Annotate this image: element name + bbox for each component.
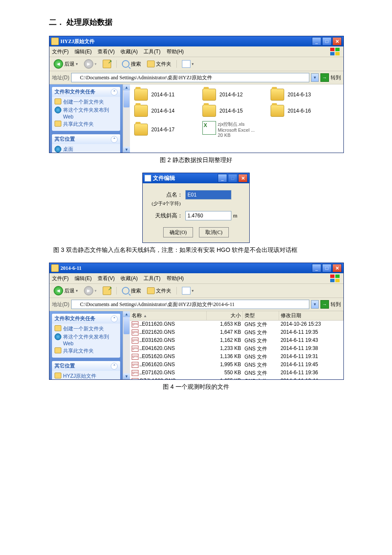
dialog-title-bar[interactable]: 文件编辑 _ □ ✕ bbox=[143, 173, 249, 183]
title-bar[interactable]: 2014-6-11 _ □ ✕ bbox=[49, 263, 343, 273]
back-button[interactable]: ◄后退 ▾ bbox=[52, 59, 80, 69]
list-row[interactable]: gnsE041620.GNS1,233 KBGNS 文件2014-6-11 19… bbox=[130, 345, 343, 353]
folder-label: 2014-6-13 bbox=[288, 92, 311, 98]
up-button[interactable] bbox=[101, 59, 113, 69]
folder-item[interactable]: 2014-6-11 bbox=[134, 89, 194, 101]
task-publish[interactable]: 将这个文件夹发布到 Web bbox=[55, 106, 118, 120]
address-input[interactable] bbox=[71, 73, 309, 82]
windows-logo-icon bbox=[330, 274, 341, 283]
folder-item[interactable]: 2014-6-16 bbox=[271, 105, 330, 117]
menu-view[interactable]: 查看(V) bbox=[98, 275, 115, 282]
scrollbar-vertical[interactable]: ▲▼ bbox=[123, 311, 130, 379]
folder-icon bbox=[51, 264, 59, 272]
go-button[interactable]: → bbox=[320, 300, 329, 309]
list-row[interactable]: gnsE071620.GNS550 KBGNS 文件2014-6-11 19:3… bbox=[130, 369, 343, 377]
menu-help[interactable]: 帮助(H) bbox=[167, 275, 184, 282]
task-publish[interactable]: 将这个文件夹发布到 Web bbox=[55, 333, 118, 347]
address-dropdown[interactable]: ▼ bbox=[311, 73, 319, 82]
xls-file-item[interactable]: zjx控制点.xlsMicrosoft Excel ...20 KB bbox=[202, 121, 266, 138]
scrollbar-vertical[interactable]: ▲▼ bbox=[123, 84, 130, 153]
go-button[interactable]: → bbox=[320, 73, 329, 82]
task-new-folder[interactable]: 创建一个新文件夹 bbox=[55, 325, 118, 333]
views-button[interactable]: ▾ bbox=[180, 60, 196, 68]
other-places-header[interactable]: 其它位置⌃ bbox=[52, 134, 120, 144]
forward-button[interactable]: ► ▾ bbox=[82, 286, 98, 296]
minimize-button[interactable]: _ bbox=[312, 264, 321, 272]
cancel-button[interactable]: 取消(C) bbox=[199, 227, 229, 237]
list-row[interactable]: gnsE011620.GNS1,653 KBGNS 文件2014-10-26 1… bbox=[130, 321, 343, 329]
task-share[interactable]: 共享此文件夹 bbox=[55, 347, 118, 355]
folder-item[interactable]: 2014-6-12 bbox=[202, 89, 262, 101]
menu-tools[interactable]: 工具(T) bbox=[144, 48, 160, 55]
maximize-button[interactable]: □ bbox=[322, 264, 331, 272]
folder-item[interactable]: 2014-6-17 bbox=[134, 121, 194, 138]
point-name-input[interactable] bbox=[185, 190, 231, 199]
col-name[interactable]: 名称 ▲ bbox=[130, 311, 207, 320]
chevron-up-icon: ⌃ bbox=[111, 363, 118, 370]
list-row[interactable]: gnsE061620.GNS1,995 KBGNS 文件2014-6-11 19… bbox=[130, 361, 343, 369]
folders-button[interactable]: 文件夹 bbox=[145, 287, 173, 295]
place-desktop[interactable]: 桌面 bbox=[55, 145, 118, 153]
maximize-button[interactable]: □ bbox=[322, 37, 331, 46]
separator bbox=[116, 60, 117, 68]
minimize-button[interactable]: _ bbox=[218, 174, 227, 182]
tasks-header[interactable]: 文件和文件夹任务⌃ bbox=[52, 87, 120, 97]
address-input[interactable] bbox=[71, 300, 309, 309]
title-bar[interactable]: HYZJ原始文件 _ □ ✕ bbox=[49, 36, 343, 46]
list-row[interactable]: gnsE031620.GNS1,162 KBGNS 文件2014-6-11 19… bbox=[130, 337, 343, 345]
address-dropdown[interactable]: ▼ bbox=[311, 300, 319, 309]
side-panel: 文件和文件夹任务⌃ 创建一个新文件夹 将这个文件夹发布到 Web 共享此文件夹 … bbox=[49, 84, 123, 153]
folder-icon bbox=[202, 105, 216, 117]
list-row[interactable]: gnsE021620.GNS1,647 KBGNS 文件2014-6-11 19… bbox=[130, 329, 343, 337]
windows-logo-icon bbox=[330, 47, 341, 56]
gns-file-icon: gns bbox=[132, 370, 138, 376]
menu-edit[interactable]: 编辑(E) bbox=[75, 275, 92, 282]
list-row[interactable]: gnsE051620.GNS1,136 KBGNS 文件2014-6-11 19… bbox=[130, 353, 343, 361]
tasks-header[interactable]: 文件和文件夹任务⌃ bbox=[52, 314, 120, 324]
col-size[interactable]: 大小 bbox=[207, 311, 243, 320]
menu-tools[interactable]: 工具(T) bbox=[144, 275, 160, 282]
up-button[interactable] bbox=[101, 286, 113, 295]
place-parent[interactable]: HYZJ原始文件 bbox=[55, 372, 118, 379]
menu-edit[interactable]: 编辑(E) bbox=[75, 48, 92, 55]
search-button[interactable]: 搜索 bbox=[120, 286, 143, 295]
folder-item[interactable]: 2014-6-13 bbox=[271, 89, 330, 101]
ok-button[interactable]: 确定(O) bbox=[163, 227, 193, 237]
folder-item[interactable]: 2014-6-15 bbox=[202, 105, 262, 117]
close-button[interactable]: ✕ bbox=[238, 174, 248, 182]
task-share[interactable]: 共享此文件夹 bbox=[55, 120, 118, 128]
forward-button[interactable]: ► ▾ bbox=[82, 59, 98, 69]
menu-file[interactable]: 文件(F) bbox=[52, 48, 69, 55]
menu-view[interactable]: 查看(V) bbox=[98, 48, 115, 55]
list-row[interactable]: gnsGZJL1620.GNS1,655 KBGNS 文件2014-6-11 1… bbox=[130, 377, 343, 379]
figure-4-caption: 图 4 一个观测时段的文件 bbox=[49, 383, 343, 391]
chevron-up-icon: ⌃ bbox=[111, 315, 118, 322]
menu-file[interactable]: 文件(F) bbox=[52, 275, 69, 282]
folder-icon bbox=[51, 38, 59, 45]
antenna-height-label: 天线斜高： bbox=[150, 212, 183, 220]
minimize-button[interactable]: _ bbox=[312, 37, 321, 46]
back-button[interactable]: ◄后退 ▾ bbox=[52, 286, 80, 296]
search-button[interactable]: 搜索 bbox=[120, 60, 143, 68]
close-button[interactable]: ✕ bbox=[332, 264, 342, 272]
task-new-folder[interactable]: 创建一个新文件夹 bbox=[55, 98, 118, 106]
antenna-height-input[interactable] bbox=[185, 211, 231, 220]
figure-2-caption: 图 2 静态数据按日期整理好 bbox=[49, 156, 343, 164]
close-button[interactable]: ✕ bbox=[332, 37, 342, 46]
other-places-header[interactable]: 其它位置⌃ bbox=[52, 361, 120, 371]
folders-button[interactable]: 文件夹 bbox=[145, 60, 173, 68]
folder-item[interactable]: 2014-6-14 bbox=[134, 105, 194, 117]
list-header[interactable]: 名称 ▲ 大小 类型 修改日期 bbox=[130, 311, 343, 321]
menu-favorites[interactable]: 收藏(A) bbox=[121, 48, 138, 55]
gns-file-icon: gns bbox=[132, 362, 138, 368]
menu-bar: 文件(F) 编辑(E) 查看(V) 收藏(A) 工具(T) 帮助(H) bbox=[49, 273, 343, 284]
folder-label: 2014-6-11 bbox=[151, 92, 175, 98]
col-type[interactable]: 类型 bbox=[243, 311, 279, 320]
folder-icon bbox=[271, 89, 284, 101]
menu-favorites[interactable]: 收藏(A) bbox=[121, 275, 138, 282]
menu-help[interactable]: 帮助(H) bbox=[167, 48, 184, 55]
explorer-window-2: 2014-6-11 _ □ ✕ 文件(F) 编辑(E) 查看(V) 收藏(A) … bbox=[49, 263, 344, 380]
views-icon bbox=[182, 287, 190, 295]
views-button[interactable]: ▾ bbox=[180, 286, 196, 295]
col-date[interactable]: 修改日期 bbox=[279, 311, 343, 320]
